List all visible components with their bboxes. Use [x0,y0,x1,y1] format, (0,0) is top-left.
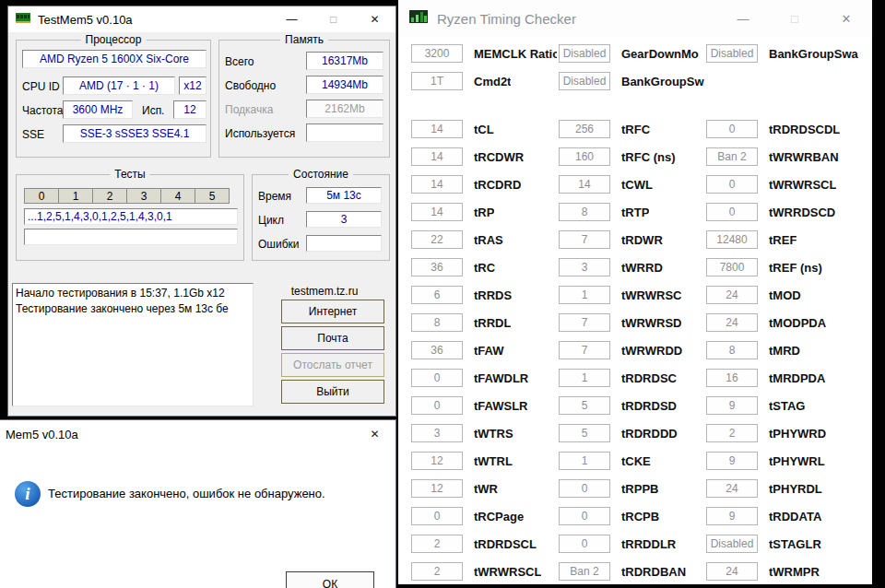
timing-label: tRCPB [621,510,659,523]
timing-label: tWRMPR [769,565,820,579]
minimize-icon[interactable]: — [717,0,769,37]
rtc-row: 12tWTRL1tCKE9tPHYWRL [398,447,872,475]
site-link: testmem.tz.ru [255,285,394,298]
rtc-row: 12tWR0tRPPB24tPHYRDL [398,475,872,502]
rtc-row: 3200MEMCLK RatioDisabledGearDownMoDisabl… [398,40,872,67]
timing-value-box: 14 [411,147,463,166]
timing-label: tRAS [474,233,503,247]
rtc-top-rows: 3200MEMCLK RatioDisabledGearDownMoDisabl… [398,40,872,95]
timing-value-box: 7 [559,341,610,359]
timing-label: tRDRDDD [621,427,678,441]
timing-label: tCWL [621,178,653,192]
timing-cell: 8tRTP [559,198,649,226]
timing-label: tWTRL [474,454,513,468]
timing-cell: 1TCmd2t [411,67,511,95]
timing-cell: 0tWRWRSCL [706,171,836,198]
testmem5-app-icon [16,10,30,29]
rtc-row: 14tRCDWR160tRFC (ns)Ban 2tWRWRBAN [398,143,872,171]
timing-cell: DisabledGearDownMo [559,40,699,67]
timing-value-box: 12 [411,479,463,498]
timing-label: tRRDDLR [621,537,676,551]
timing-cell: 36tFAW [411,336,504,364]
internet-button[interactable]: Интернет [281,300,384,323]
timing-value-box: 0 [559,535,610,553]
desktop: TestMem5 v0.10a — □ ✕ Процессор AMD Ryze… [0,0,885,588]
timing-cell: 9tRDDATA [706,502,821,530]
timing-value-box: 0 [411,369,463,387]
timing-label: tRTP [621,206,649,219]
threads-label: Исп. [142,104,164,117]
timing-cell: Ban 2tWRWRBAN [706,143,839,171]
timing-value-box: 3200 [411,44,463,63]
timing-cell: 7tWRWRDD [559,336,682,364]
timing-cell: 7800tREF (ns) [706,253,822,281]
test-cell-5: 5 [195,188,230,204]
timing-label: Cmd2t [474,75,511,88]
timing-cell: 24tMODPDA [706,309,826,336]
rtc-row: 1TCmd2tDisabledBankGroupSw [398,67,872,95]
timing-label: tWRRD [621,261,663,275]
timing-value-box: Ban 2 [706,147,758,166]
rtc-row: 0tRCPage0tRCPB9tRDDATA [398,502,872,530]
rtc-row: 0tFAWSLR5tRDRDSD9tSTAG [398,392,872,419]
exit-button[interactable]: Выйти [281,380,384,404]
timing-value-box: 24 [706,479,758,498]
rtc-row: 14tRP8tRTP0tWRRDSCD [398,198,872,226]
timing-value-box: 2 [411,562,463,581]
timing-cell: 0tFAWDLR [411,364,528,392]
timing-cell: 1tRDRDSC [559,364,677,392]
cycle-label: Цикл [258,214,284,227]
send-report-button[interactable]: Отослать отчет [281,353,384,377]
timing-value-box: 24 [706,313,758,332]
timing-cell: Ban 2tRDRDBAN [559,558,686,584]
timing-cell: 24tWRMPR [706,558,820,584]
timing-label: tMRD [769,344,800,358]
timing-value-box: 7800 [706,258,758,276]
timing-label: tMODPDA [769,316,826,330]
timing-label: tWRWRSCL [769,178,836,192]
timing-label: tRRDS [474,288,512,302]
timing-label: tWRWRSD [621,316,681,330]
timing-cell: 6tRRDS [411,281,512,309]
maximize-icon[interactable]: □ [313,6,354,32]
time-field: 5м 13с [306,187,382,204]
log-line-2: Тестирование закончено через 5м 13с бе [16,301,250,317]
timing-label: tWTRS [474,427,513,441]
timing-label: tRP [474,206,494,219]
timing-cell: 14tRCDRD [411,171,521,198]
maximize-icon[interactable]: □ [769,0,820,37]
cycle-field: 3 [306,211,382,228]
timing-label: tRRDL [474,316,511,330]
rtc-window: Ryzen Timing Checker — □ ✕ 3200MEMCLK Ra… [398,0,872,584]
close-icon[interactable]: ✕ [820,0,872,37]
timing-cell: 24tMOD [706,281,801,309]
timing-cell: 1tCKE [559,447,651,475]
timing-cell: 7tRDWR [559,226,663,253]
dialog-caption-buttons: ✕ [354,420,395,448]
testmem5-window-title: TestMem5 v0.10a [38,13,133,27]
timing-value-box: 5 [559,396,610,415]
timing-value-box: 3 [559,258,610,276]
test-log-box[interactable]: Начало тестирования в 15:37, 1.1Gb x12 Т… [12,283,254,406]
cpu-name-field: AMD Ryzen 5 1600X Six-Core [22,50,206,68]
timing-cell: DisabledtSTAGLR [706,530,821,558]
timing-label: tRC [474,261,495,275]
close-icon[interactable]: ✕ [354,6,395,32]
timing-value-box: Disabled [559,44,610,63]
ok-button[interactable]: ОК [286,571,374,588]
timing-value-box: 12 [411,452,463,470]
rtc-row: 8tRRDL7tWRWRSD24tMODPDA [398,309,872,336]
timing-cell: 14tRP [411,198,494,226]
errors-label: Ошибки [258,238,300,251]
timing-cell: 0tFAWSLR [411,392,528,419]
timing-value-box: 14 [411,120,463,138]
testmem5-window: TestMem5 v0.10a — □ ✕ Процессор AMD Ryze… [7,6,396,417]
mail-button[interactable]: Почта [281,326,384,350]
close-icon[interactable]: ✕ [354,420,395,448]
timing-label: tRCPage [474,510,524,523]
timing-value-box: 0 [559,507,610,525]
minimize-icon[interactable]: — [271,6,313,32]
processor-group-title: Процессор [81,33,147,46]
timing-label: tWRWRDD [621,344,682,358]
rtc-window-title: Ryzen Timing Checker [437,11,576,27]
